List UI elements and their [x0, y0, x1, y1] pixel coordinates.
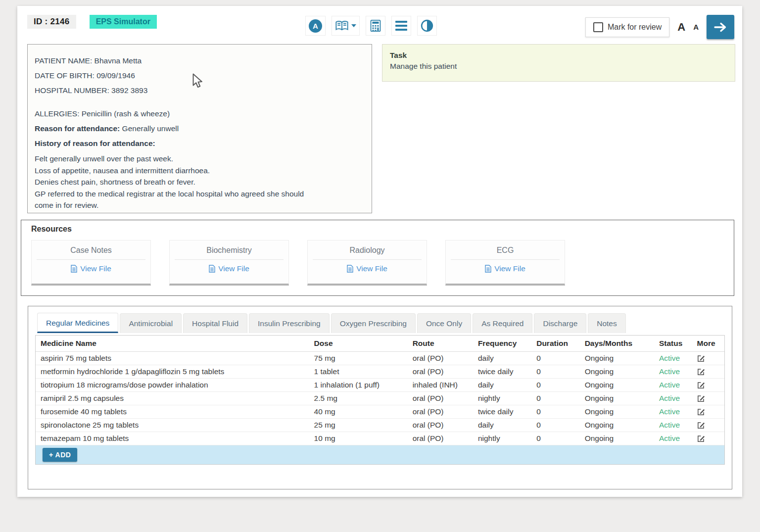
guide-book-button[interactable] [332, 16, 360, 36]
medicine-name-cell: ramipril 2.5 mg capsules [36, 392, 309, 405]
days-months-cell: Ongoing [580, 432, 654, 445]
status-badge: Active [654, 405, 692, 419]
column-header: More [692, 336, 724, 352]
history-line: Felt generally unwell over the past week… [35, 153, 365, 165]
medicine-name-cell: furosemide 40 mg tablets [36, 405, 309, 419]
font-size-increase-button[interactable]: A [677, 21, 685, 34]
next-button[interactable] [707, 15, 734, 39]
divider [175, 259, 284, 260]
edit-medicine-button[interactable] [697, 394, 705, 402]
medicine-name-cell: temazepam 10 mg tablets [36, 432, 309, 445]
prescribing-tab[interactable]: Notes [588, 313, 626, 333]
frequency-cell: nightly [473, 392, 531, 405]
route-cell: inhaled (INH) [408, 379, 473, 392]
resources-title: Resources [31, 225, 724, 234]
medicine-row: metformin hydrochloride 1 g/dapagliflozi… [36, 365, 724, 379]
frequency-cell: twice daily [473, 365, 531, 379]
menu-icon [395, 21, 407, 31]
calculator-icon [370, 19, 381, 32]
mark-for-review-container: Mark for review [585, 17, 669, 37]
dose-cell: 75 mg [309, 352, 408, 365]
status-badge: Active [654, 432, 692, 445]
contrast-icon [421, 19, 433, 32]
edit-icon [697, 381, 705, 389]
edit-medicine-button[interactable] [697, 435, 705, 442]
prescribing-tab[interactable]: Once Only [417, 313, 471, 333]
edit-medicine-button[interactable] [697, 368, 705, 376]
route-cell: oral (PO) [408, 392, 473, 405]
edit-icon [697, 368, 705, 376]
duration-cell: 0 [531, 419, 579, 432]
route-cell: oral (PO) [408, 365, 473, 379]
add-medicine-row: + ADD [36, 445, 724, 464]
duration-cell: 0 [531, 392, 579, 405]
more-cell [692, 432, 724, 445]
medicines-table: Medicine Name Dose Route Frequency Durat… [36, 336, 724, 445]
status-badge: Active [654, 352, 692, 365]
history-line: come in for review. [35, 199, 365, 211]
divider [451, 259, 560, 260]
status-badge: Active [654, 392, 692, 405]
resource-cards: Case Notes View File Biochemistry [31, 240, 724, 286]
column-header: Dose [309, 336, 408, 352]
route-cell: oral (PO) [408, 432, 473, 445]
route-cell: oral (PO) [408, 352, 473, 365]
add-medicine-button[interactable]: + ADD [43, 448, 77, 462]
days-months-cell: Ongoing [580, 419, 654, 432]
dose-cell: 1 inhalation (1 puff) [309, 379, 408, 392]
route-cell: oral (PO) [408, 405, 473, 419]
prescribing-tab[interactable]: Oxygen Prescribing [331, 313, 416, 333]
dose-cell: 25 mg [309, 419, 408, 432]
view-file-link[interactable]: View File [71, 264, 111, 273]
resource-card: Case Notes View File [31, 240, 151, 286]
dose-cell: 1 tablet [309, 365, 408, 379]
prescribing-tab[interactable]: As Required [473, 313, 532, 333]
days-months-cell: Ongoing [580, 405, 654, 419]
prescribing-tab[interactable]: Discharge [534, 313, 586, 333]
menu-button[interactable] [391, 16, 411, 36]
medicine-name-cell: metformin hydrochloride 1 g/dapagliflozi… [36, 365, 309, 379]
medicine-name-cell: aspirin 75 mg tablets [36, 352, 309, 365]
column-header: Status [654, 336, 692, 352]
view-file-link[interactable]: View File [485, 264, 525, 273]
duration-cell: 0 [531, 405, 579, 419]
resource-card: Radiology View File [307, 240, 427, 286]
edit-icon [697, 435, 705, 442]
prescribing-tab[interactable]: Hospital Fluid [183, 313, 247, 333]
mark-for-review-checkbox[interactable] [593, 22, 603, 32]
column-header: Duration [531, 336, 579, 352]
prescribing-tab[interactable]: Insulin Prescribing [249, 313, 330, 333]
prescribing-tab[interactable]: Antimicrobial [120, 313, 182, 333]
font-size-decrease-button[interactable]: A [693, 23, 699, 31]
patient-dob-line: DATE OF BIRTH: 09/09/1946 [35, 70, 365, 81]
book-icon [335, 20, 349, 32]
document-icon [71, 265, 77, 273]
edit-icon [697, 421, 705, 429]
prescribing-tab[interactable]: Regular Medicines [37, 313, 118, 333]
medicine-row: tiotropium 18 micrograms/dose powder inh… [36, 379, 724, 392]
app-title-badge: EPS Simulator [90, 15, 157, 29]
toolbar: A [157, 15, 585, 36]
frequency-cell: daily [473, 352, 531, 365]
medicines-table-container: Medicine Name Dose Route Frequency Durat… [35, 335, 725, 465]
history-heading: History of reason for attendance: [35, 138, 365, 148]
resource-card-title: Radiology [308, 246, 427, 255]
days-months-cell: Ongoing [580, 365, 654, 379]
edit-medicine-button[interactable] [697, 421, 705, 429]
view-file-link[interactable]: View File [209, 264, 249, 273]
contrast-button[interactable] [417, 16, 437, 36]
duration-cell: 0 [531, 365, 579, 379]
next-arrow-icon [713, 22, 727, 33]
edit-medicine-button[interactable] [697, 408, 705, 416]
patient-allergies-line: ALLERGIES: Penicillin (rash & wheeze) [35, 108, 365, 119]
column-header: Route [408, 336, 473, 352]
resource-card: ECG View File [445, 240, 565, 286]
edit-medicine-button[interactable] [697, 381, 705, 389]
column-header: Medicine Name [36, 336, 309, 352]
edit-medicine-button[interactable] [697, 354, 705, 362]
patient-id-chip: ID : 2146 [27, 15, 76, 29]
view-file-link[interactable]: View File [347, 264, 387, 273]
history-line: Denies chest pain, shortness of breath o… [35, 176, 365, 188]
accessibility-button[interactable]: A [305, 16, 326, 36]
calculator-button[interactable] [366, 16, 385, 36]
